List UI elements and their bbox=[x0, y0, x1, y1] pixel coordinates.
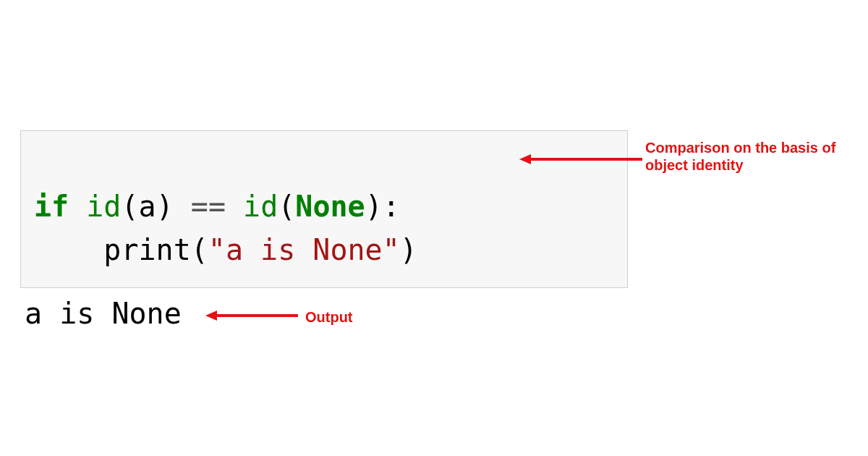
annotation-output: Output bbox=[305, 308, 353, 326]
svg-marker-3 bbox=[205, 311, 217, 321]
fn-print: print bbox=[103, 233, 190, 266]
code-line-1: if id(a) == id(None): bbox=[34, 190, 400, 223]
arrow-icon bbox=[205, 308, 299, 323]
keyword-none: None bbox=[295, 190, 365, 223]
indent bbox=[34, 233, 103, 266]
arrow-icon bbox=[519, 152, 650, 166]
rparen: ) bbox=[156, 190, 174, 223]
rparen: ) bbox=[400, 233, 417, 266]
code-line-2: print("a is None") bbox=[34, 233, 417, 266]
annotation-comparison: Comparison on the basis of object identi… bbox=[645, 139, 848, 174]
lparen: ( bbox=[121, 190, 138, 223]
string-literal: "a is None" bbox=[208, 233, 400, 266]
keyword-if: if bbox=[34, 190, 69, 223]
colon: : bbox=[383, 190, 400, 223]
svg-marker-1 bbox=[519, 154, 531, 164]
space bbox=[69, 190, 86, 223]
rparen: ) bbox=[365, 190, 383, 223]
space bbox=[174, 190, 191, 223]
lparen: ( bbox=[278, 190, 295, 223]
lparen: ( bbox=[191, 233, 208, 266]
output-text: a is None bbox=[25, 297, 182, 330]
var-a: a bbox=[139, 190, 156, 223]
fn-id-1: id bbox=[86, 190, 121, 223]
fn-id-2: id bbox=[243, 190, 278, 223]
op-eq: == bbox=[191, 190, 226, 223]
space bbox=[226, 190, 243, 223]
